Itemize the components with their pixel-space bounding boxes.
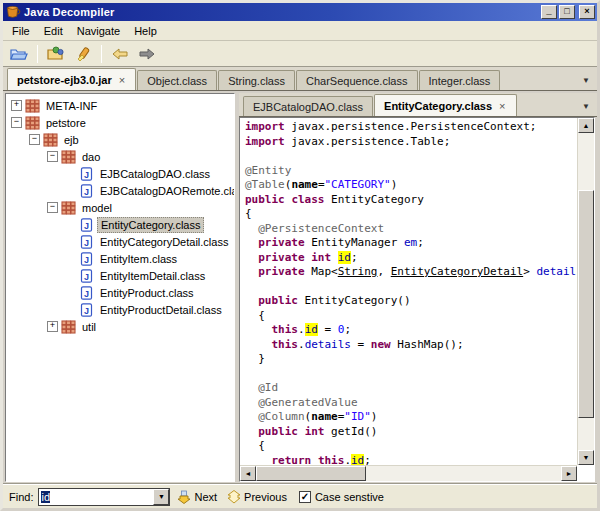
find-previous-label: Previous [244, 491, 287, 503]
collapse-icon[interactable]: − [47, 202, 58, 213]
java-class-icon: J [79, 184, 94, 198]
scroll-down-icon: ▼ [583, 454, 590, 461]
code-line: @Id [245, 381, 577, 396]
code-line: import javax.persistence.PersistenceCont… [245, 120, 577, 135]
open-file-icon [10, 47, 28, 61]
code-line: @Entity [245, 164, 577, 179]
expand-icon[interactable]: + [11, 100, 22, 111]
code-line: { [245, 309, 577, 324]
case-sensitive-checkbox[interactable]: ✓ [299, 491, 311, 503]
expand-icon[interactable]: + [47, 321, 58, 332]
tab-close-icon[interactable]: × [118, 75, 126, 86]
find-combobox[interactable]: id ▼ [38, 488, 170, 506]
decompiled-source[interactable]: import javax.persistence.PersistenceCont… [240, 118, 577, 465]
jar-tab[interactable]: Integer.class [419, 70, 501, 90]
previous-up-arrow-icon [228, 490, 240, 504]
find-input-value: id [41, 491, 50, 503]
tree-item-label: dao [79, 150, 103, 164]
tree-item-entityitemdetail-class[interactable]: JEntityItemDetail.class [6, 267, 234, 284]
save-all-sources-button[interactable] [44, 43, 68, 65]
find-next-button[interactable]: Next [175, 488, 220, 506]
collapse-icon[interactable]: − [29, 134, 40, 145]
tab-close-icon[interactable]: × [498, 101, 506, 112]
code-line: private EntityManager em; [245, 236, 577, 251]
menu-help[interactable]: Help [127, 22, 164, 40]
menu-edit[interactable]: Edit [37, 22, 70, 40]
type-link[interactable]: String [338, 265, 378, 278]
open-file-button[interactable] [7, 43, 31, 65]
code-line: @Column(name="ID") [245, 410, 577, 425]
jar-tab[interactable]: Object.class [137, 70, 217, 90]
find-next-label: Next [194, 491, 217, 503]
tree-item-entityproductdetail-class[interactable]: JEntityProductDetail.class [6, 301, 234, 318]
minimize-button[interactable]: _ [541, 5, 557, 19]
svg-text:J: J [84, 254, 89, 264]
toolbar [3, 41, 597, 67]
search-button[interactable] [71, 43, 95, 65]
tree-item-entityproduct-class[interactable]: JEntityProduct.class [6, 284, 234, 301]
scroll-right-button[interactable]: ► [561, 466, 577, 481]
forward-button[interactable] [135, 43, 159, 65]
forward-arrow-icon [139, 48, 155, 60]
svg-text:J: J [84, 169, 89, 179]
jar-tab-overflow-icon[interactable]: ▼ [579, 76, 593, 85]
java-class-icon: J [79, 303, 94, 317]
jar-tab[interactable]: petstore-ejb3.0.jar× [7, 68, 136, 90]
tree-item-petstore[interactable]: −petstore [6, 114, 234, 131]
find-dropdown-button[interactable]: ▼ [153, 489, 169, 505]
tree-item-ejb[interactable]: −ejb [6, 131, 234, 148]
code-line: @GeneratedValue [245, 396, 577, 411]
scroll-up-icon: ▲ [583, 122, 590, 129]
tree-item-model[interactable]: −model [6, 199, 234, 216]
find-input[interactable]: id [39, 491, 153, 503]
horizontal-scroll-thumb[interactable] [256, 466, 366, 481]
checkmark-icon: ✓ [301, 491, 309, 502]
maximize-button[interactable]: □ [559, 5, 575, 19]
tree-item-ejbcatalogdao-class[interactable]: JEJBCatalogDAO.class [6, 165, 234, 182]
source-tab-overflow-icon[interactable]: ▼ [579, 102, 593, 111]
package-icon [25, 116, 40, 130]
scroll-up-button[interactable]: ▲ [578, 118, 594, 133]
scroll-left-icon: ◄ [245, 470, 252, 477]
tree-item-util[interactable]: +util [6, 318, 234, 335]
scroll-right-icon: ► [566, 470, 573, 477]
tree-item-entitycategorydetail-class[interactable]: JEntityCategoryDetail.class [6, 233, 234, 250]
code-line: { [245, 207, 577, 222]
tree-item-meta-inf[interactable]: +META-INF [6, 97, 234, 114]
code-line: this.id = 0; [245, 323, 577, 338]
vertical-scroll-thumb[interactable] [578, 190, 594, 418]
source-tab[interactable]: EntityCategory.class× [374, 94, 516, 116]
java-class-icon: J [79, 218, 94, 232]
find-previous-button[interactable]: Previous [225, 488, 290, 506]
tree-item-entitycategory-class[interactable]: JEntityCategory.class [6, 216, 234, 233]
code-line: } [245, 352, 577, 367]
scroll-down-button[interactable]: ▼ [578, 450, 594, 465]
scroll-left-button[interactable]: ◄ [240, 466, 256, 481]
tree-item-label: petstore [43, 116, 89, 130]
toolbar-separator [37, 45, 38, 63]
search-match-highlight: id [338, 251, 351, 264]
type-link[interactable]: EntityCategoryDetail [391, 265, 523, 278]
menu-file[interactable]: File [5, 22, 37, 40]
collapse-icon[interactable]: − [11, 117, 22, 128]
back-button[interactable] [108, 43, 132, 65]
close-button[interactable]: × [579, 5, 595, 19]
app-window: Java Decompiler _ □ × File Edit Navigate… [0, 0, 600, 511]
code-line: public int getId() [245, 425, 577, 440]
tree-item-ejbcatalogdaoremote-class[interactable]: JEJBCatalogDAORemote.class [6, 182, 234, 199]
menu-bar: File Edit Navigate Help [3, 21, 597, 41]
tree-item-entityitem-class[interactable]: JEntityItem.class [6, 250, 234, 267]
horizontal-scrollbar[interactable]: ◄ ► [240, 465, 577, 481]
tree-item-dao[interactable]: −dao [6, 148, 234, 165]
collapse-icon[interactable]: − [47, 151, 58, 162]
jar-tab[interactable]: CharSequence.class [296, 70, 418, 90]
jar-tab[interactable]: String.class [218, 70, 295, 90]
code-line: public EntityCategory() [245, 294, 577, 309]
tree-item-label: META-INF [43, 99, 100, 113]
menu-navigate[interactable]: Navigate [70, 22, 127, 40]
java-class-icon: J [79, 235, 94, 249]
vertical-scrollbar[interactable]: ▲ ▼ [577, 118, 594, 465]
source-tab[interactable]: EJBCatalogDAO.class [243, 96, 373, 116]
case-sensitive-label[interactable]: Case senstive [315, 491, 384, 503]
package-icon [25, 99, 40, 113]
